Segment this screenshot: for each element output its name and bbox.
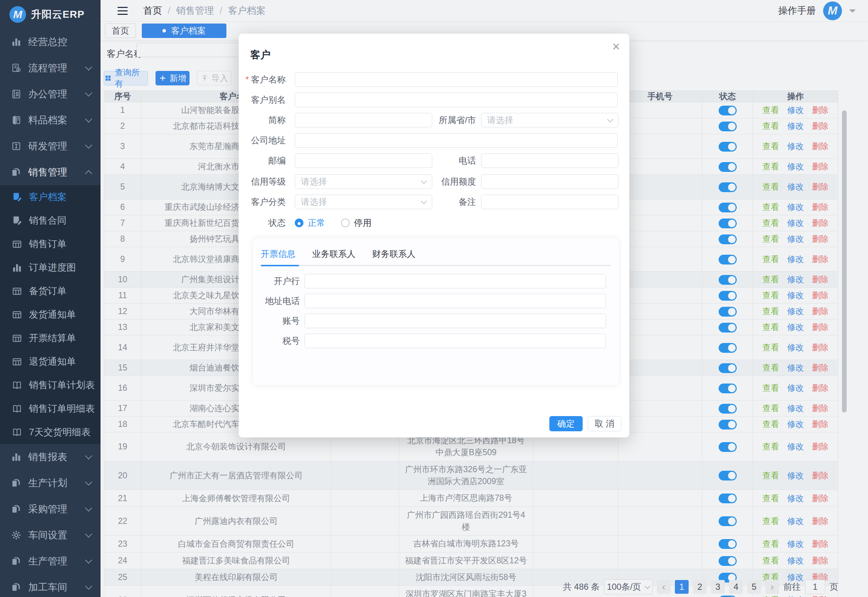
phone-input[interactable] [481, 153, 618, 168]
contacts-card: 开票信息 业务联系人 财务联系人 开户行 地址电话 账号 [253, 238, 619, 385]
invoice-row-account: 账号 [253, 314, 619, 328]
tax-no-label: 税号 [253, 334, 300, 348]
radio-dot-icon [295, 218, 304, 227]
form-row-credit: 信用等级 请选择 信用额度 [239, 174, 629, 189]
province-label: 所属省/市 [430, 113, 476, 127]
remark-label: 备注 [430, 195, 476, 209]
chevron-down-icon [607, 116, 613, 122]
credit-level-label: 信用等级 [239, 174, 286, 189]
addr-tel-label: 地址电话 [253, 294, 300, 308]
form-row-zip-phone: 邮编 电话 [239, 153, 629, 168]
province-select[interactable]: 请选择 [481, 113, 618, 127]
category-label: 客户分类 [239, 195, 286, 209]
form-row-name: *客户名称 [239, 72, 629, 87]
radio-dot-icon [341, 218, 350, 227]
dialog-tab[interactable]: 业务联系人 [312, 248, 355, 260]
dialog-title: 客户 [250, 48, 271, 62]
app-root: M 升阳云ERP 经营总控 流程管理 办公管理 [0, 0, 868, 597]
status-radio[interactable]: 停用 [341, 217, 372, 229]
dialog-tab[interactable]: 开票信息 [261, 248, 295, 260]
remark-input[interactable] [481, 195, 618, 209]
required-star: * [246, 74, 249, 84]
invoice-row-tax: 税号 [253, 334, 619, 348]
invoice-row-addr-tel: 地址电话 [253, 294, 619, 308]
credit-limit-label: 信用额度 [430, 174, 476, 189]
zip-input[interactable] [295, 153, 432, 168]
confirm-button[interactable]: 确定 [550, 416, 583, 431]
status-label: 状态 [239, 215, 286, 230]
invoice-row-bank: 开户行 [253, 274, 619, 288]
tab-underline-track [261, 265, 611, 266]
tab-underline-active [261, 265, 299, 266]
dialog-tabs: 开票信息 业务联系人 财务联系人 [261, 248, 416, 260]
form-row-category: 客户分类 请选择 备注 [239, 195, 629, 209]
dialog-tab[interactable]: 财务联系人 [372, 248, 416, 260]
phone-label: 电话 [430, 153, 476, 168]
short-name-input[interactable] [295, 113, 432, 127]
form-row-alias: 客户别名 [239, 93, 629, 107]
status-radio[interactable]: 正常 [295, 217, 325, 229]
zip-label: 邮编 [239, 153, 286, 168]
customer-name-label: *客户名称 [239, 72, 286, 87]
dialog-customer-name-input[interactable] [295, 72, 618, 87]
cancel-button[interactable]: 取 消 [588, 416, 621, 431]
status-radio-group: 正常 停用 [295, 215, 372, 230]
chevron-down-icon [421, 178, 427, 184]
close-icon[interactable]: × [612, 40, 620, 53]
customer-dialog: × 客户 *客户名称 客户别名 简称 所属省/市 请选择 公司地址 邮编 电话 [239, 34, 629, 437]
form-row-status: 状态 正常 停用 [239, 215, 629, 230]
company-address-input[interactable] [295, 133, 618, 148]
credit-level-select[interactable]: 请选择 [295, 174, 432, 189]
short-name-label: 简称 [239, 113, 286, 127]
bank-input[interactable] [305, 274, 606, 288]
tax-no-input[interactable] [305, 334, 606, 348]
form-row-short-province: 简称 所属省/市 请选择 [239, 113, 629, 127]
customer-alias-label: 客户别名 [239, 93, 286, 107]
credit-limit-input[interactable] [481, 174, 618, 189]
company-address-label: 公司地址 [239, 133, 286, 148]
category-select[interactable]: 请选择 [295, 195, 432, 209]
bank-label: 开户行 [253, 274, 300, 288]
account-input[interactable] [305, 314, 606, 328]
account-label: 账号 [253, 314, 300, 328]
customer-alias-input[interactable] [295, 93, 618, 107]
chevron-down-icon [421, 198, 427, 204]
addr-tel-input[interactable] [305, 294, 606, 308]
form-row-address: 公司地址 [239, 133, 629, 148]
